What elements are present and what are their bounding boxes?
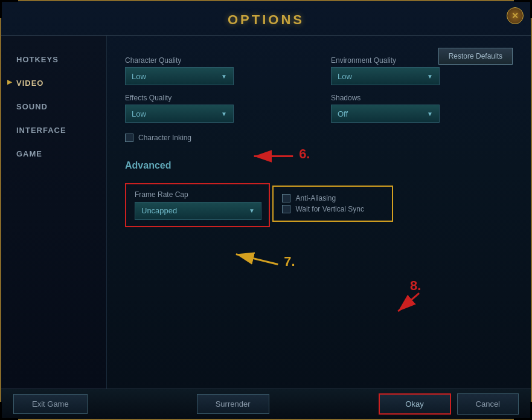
environment-quality-arrow-icon: ▼ xyxy=(427,73,433,80)
corner-decoration-tl xyxy=(0,0,18,18)
character-quality-arrow-icon: ▼ xyxy=(221,73,227,80)
restore-defaults-button[interactable]: Restore Defaults xyxy=(438,48,513,65)
anti-aliasing-label: Anti-Aliasing xyxy=(295,194,336,202)
frame-rate-cap-label: Frame Rate Cap xyxy=(135,190,260,199)
corner-decoration-br xyxy=(514,402,532,420)
vsync-checkbox[interactable] xyxy=(282,205,290,213)
svg-line-7 xyxy=(398,293,419,311)
effects-quality-label: Effects Quality xyxy=(125,94,307,102)
vsync-row: Wait for Vertical Sync xyxy=(282,205,383,213)
options-modal: ✕ OPTIONS HOTKEYS VIDEO SOUND INTERFACE … xyxy=(0,0,532,420)
shadows-label: Shadows xyxy=(331,94,513,102)
character-quality-value: Low xyxy=(132,72,146,81)
modal-title: OPTIONS xyxy=(1,1,531,36)
character-inking-label: Character Inking xyxy=(138,134,191,142)
character-inking-row: Character Inking xyxy=(125,134,513,142)
environment-quality-dropdown[interactable]: Low ▼ xyxy=(331,67,440,85)
character-inking-checkbox[interactable] xyxy=(125,134,133,142)
character-quality-label: Character Quality xyxy=(125,56,307,65)
sidebar: HOTKEYS VIDEO SOUND INTERFACE GAME xyxy=(1,36,107,389)
environment-quality-value: Low xyxy=(338,72,352,81)
bottom-bar: Exit Game Surrender Okay Cancel xyxy=(1,389,531,419)
anti-aliasing-row: Anti-Aliasing xyxy=(282,194,383,202)
character-quality-item: Character Quality Low ▼ xyxy=(125,56,307,85)
sidebar-item-game[interactable]: GAME xyxy=(1,142,106,166)
cancel-button[interactable]: Cancel xyxy=(457,393,519,415)
advanced-checkboxes-box: Anti-Aliasing Wait for Vertical Sync xyxy=(272,186,393,222)
main-content: Restore Defaults Character Quality Low ▼… xyxy=(107,36,531,389)
modal-body: HOTKEYS VIDEO SOUND INTERFACE GAME Resto… xyxy=(1,36,531,389)
vsync-label: Wait for Vertical Sync xyxy=(295,205,364,213)
frame-rate-cap-value: Uncapped xyxy=(141,206,177,215)
sidebar-item-hotkeys[interactable]: HOTKEYS xyxy=(1,48,106,71)
quality-settings-grid: Character Quality Low ▼ Environment Qual… xyxy=(125,56,513,123)
shadows-item: Shadows Off ▼ xyxy=(331,94,513,123)
svg-text:8.: 8. xyxy=(410,278,421,293)
surrender-button[interactable]: Surrender xyxy=(197,394,269,414)
effects-quality-dropdown[interactable]: Low ▼ xyxy=(125,105,234,123)
svg-text:7.: 7. xyxy=(284,254,295,269)
advanced-section-title: Advanced xyxy=(125,160,513,171)
frame-rate-cap-box: Frame Rate Cap Uncapped ▼ xyxy=(125,183,270,227)
action-buttons: Okay Cancel xyxy=(379,393,519,415)
svg-line-5 xyxy=(236,254,278,265)
effects-quality-value: Low xyxy=(132,109,146,118)
character-quality-dropdown[interactable]: Low ▼ xyxy=(125,67,234,85)
effects-quality-arrow-icon: ▼ xyxy=(221,111,227,117)
sidebar-item-sound[interactable]: SOUND xyxy=(1,95,106,118)
shadows-arrow-icon: ▼ xyxy=(427,111,433,117)
sidebar-item-interface[interactable]: INTERFACE xyxy=(1,118,106,142)
corner-decoration-bl xyxy=(0,402,18,420)
okay-button[interactable]: Okay xyxy=(379,393,451,415)
exit-game-button[interactable]: Exit Game xyxy=(13,394,88,414)
shadows-value: Off xyxy=(338,109,348,118)
effects-quality-item: Effects Quality Low ▼ xyxy=(125,94,307,123)
frame-rate-cap-dropdown[interactable]: Uncapped ▼ xyxy=(135,202,261,220)
anti-aliasing-checkbox[interactable] xyxy=(282,194,290,202)
frame-rate-cap-arrow-icon: ▼ xyxy=(249,207,255,214)
close-button[interactable]: ✕ xyxy=(507,7,524,24)
svg-text:6.: 6. xyxy=(299,146,310,161)
sidebar-item-video[interactable]: VIDEO xyxy=(1,71,106,95)
shadows-dropdown[interactable]: Off ▼ xyxy=(331,105,440,123)
